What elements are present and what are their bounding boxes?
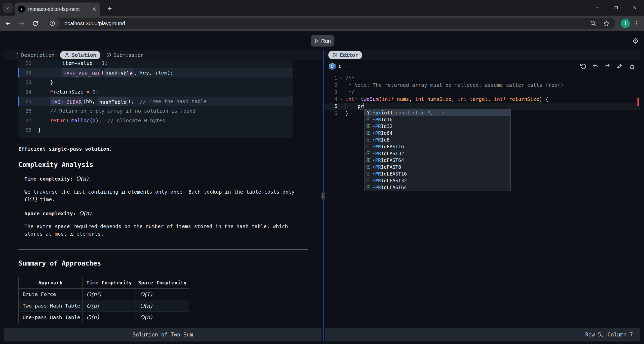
splitter-grip-icon[interactable] [321,192,325,200]
table-row: Brute Force O(n²) O(1) [19,289,189,300]
suggestion-prid16[interactable]: •PRId16 [365,116,510,123]
editor-line-1[interactable]: 1/** [325,74,640,81]
tab-editor[interactable]: Editor [328,51,362,59]
run-button[interactable]: Run [311,35,334,47]
table-row: One-pass Hash Table O(n) O(n) [19,312,189,323]
forward-button[interactable] [16,18,27,29]
format-code-button[interactable] [615,62,623,70]
browser-menu-button[interactable] [632,19,641,28]
tab-close-icon[interactable] [92,7,97,11]
problem-tabbar: Description Solution Submission [4,50,321,60]
suggestion-prid32[interactable]: •PRId32 [365,123,510,130]
address-bar[interactable]: localhost:3000/playground [45,18,615,29]
code-line-26: 26 // Return an empty array if no soluti… [18,106,293,116]
error-squiggle-text: pr [357,103,364,110]
suggestion-pridleast32[interactable]: •PRIdLEAST32 [365,177,510,184]
space-complexity-line: Space complexity: O(n). [18,210,308,217]
code-line-28: 28} [18,125,293,135]
close-button[interactable] [625,0,644,16]
symbol-constant-icon [366,171,371,176]
minimize-button[interactable] [588,0,607,16]
tab-title: monaco-editor-lsp-next [28,6,89,12]
suggestion-pridfast8[interactable]: •PRIdFAST8 [365,163,510,170]
bookmark-star-icon[interactable] [603,20,610,27]
language-label: C [338,63,341,69]
space-complexity-para: The extra space required depends on the … [18,223,308,238]
settings-button[interactable]: ⚙ [630,35,641,46]
minimize-icon [595,6,600,10]
language-select[interactable] [342,62,350,70]
tab-submission[interactable]: Submission [102,51,148,59]
window-controls [588,0,644,16]
suggestion-pridfast64[interactable]: •PRIdFAST64 [365,157,510,163]
tab-search-button[interactable] [3,3,13,13]
table-header-approach: Approach [19,277,83,289]
suggestion-pridfast32[interactable]: •PRIdFAST32 [365,150,510,157]
undo-icon [592,63,598,69]
approaches-table: Approach Time Complexity Space Complexit… [18,277,189,323]
new-tab-button[interactable] [105,4,114,13]
suggestion-pridleast16[interactable]: •PRIdLEAST16 [365,170,510,177]
time-complexity-para: We traverse the list containing n elemen… [18,188,308,203]
symbol-constant-icon [366,131,371,135]
suggestion-prid8[interactable]: •PRId8 [365,136,510,143]
cursor-position: Row 5, Column 7 [585,332,633,338]
redo-icon [604,63,610,69]
fold-chevron-icon[interactable] [337,74,345,81]
summary-heading: Summary of Approaches [18,260,308,267]
reload-button[interactable] [30,18,41,29]
symbol-constant-icon [366,185,371,189]
code-line-22: 22 HASH_ADD_INT(hashTable, key, item); [18,68,293,77]
gear-icon: ⚙ [632,36,639,45]
undo-button[interactable] [591,62,599,70]
kebab-menu-icon [634,21,639,26]
problem-panel: Description Solution Submission 21 item→… [4,50,321,341]
browser-toolbar: localhost:3000/playground f [0,16,644,31]
editor-footer: Row 5, Column 7 [325,328,640,341]
editor-line-5-current[interactable]: 5 pr [325,103,640,110]
editor-tabbar: Editor [325,50,640,60]
reload-icon [32,20,38,27]
chevron-down-icon [6,6,10,10]
fold-chevron-icon[interactable] [337,96,345,103]
complexity-heading: Complexity Analysis [18,161,308,168]
zoom-out-icon[interactable] [590,20,596,27]
suggestion-printf[interactable]: •printf(const char *, … ) [365,109,510,116]
table-row: Two-pass Hash Table O(n) O(n) [19,300,189,312]
back-button[interactable] [3,18,14,29]
redo-button[interactable] [603,62,611,70]
plus-icon [107,6,112,11]
maximize-button[interactable] [607,0,625,16]
monaco-editor[interactable]: 1/** 2 * Note: The returned array must b… [325,72,640,328]
symbol-constant-icon [366,124,371,128]
editor-line-2[interactable]: 2 * Note: The returned array must be mal… [325,81,640,89]
rotate-ccw-icon [580,63,586,69]
suggestion-pridfast16[interactable]: •PRIdFAST16 [365,143,510,150]
editor-panel: Editor C C [325,50,640,341]
tab-solution[interactable]: Solution [60,51,100,59]
editor-line-4[interactable]: 4int* twoSum(int* nums, int numsSize, in… [325,96,640,103]
tab-description[interactable]: Description [10,51,59,59]
solution-content: 21 item→value = 1; 22 HASH_ADD_INT(hashT… [4,60,321,328]
suggestion-pridleast64[interactable]: •PRIdLEAST64 [365,184,510,191]
summary-sentence: Efficient single-pass solution. [18,145,308,153]
indent-guide [345,103,346,110]
panel-splitter[interactable] [321,50,325,341]
symbol-constant-icon [366,117,371,121]
info-icon [49,20,55,26]
copy-code-button[interactable] [627,62,635,70]
profile-avatar[interactable]: f [621,19,630,28]
editor-line-3[interactable]: 3 */ [325,89,640,96]
reset-code-button[interactable] [579,62,587,70]
section-divider [18,249,308,250]
url-text[interactable]: localhost:3000/playground [63,20,590,26]
symbol-constant-icon [366,178,371,183]
site-info-button[interactable] [45,18,60,29]
code-line-24: 24 *returnSize = 0; [18,87,293,97]
error-overview-marker [637,98,639,106]
symbol-constant-icon [366,158,371,162]
browser-tab[interactable]: ▲ monaco-editor-lsp-next [15,3,100,16]
code-line-23: 23 } [18,77,293,87]
suggestion-prid64[interactable]: •PRId64 [365,130,510,136]
code-line-21: 21 item→value = 1; [18,60,293,68]
